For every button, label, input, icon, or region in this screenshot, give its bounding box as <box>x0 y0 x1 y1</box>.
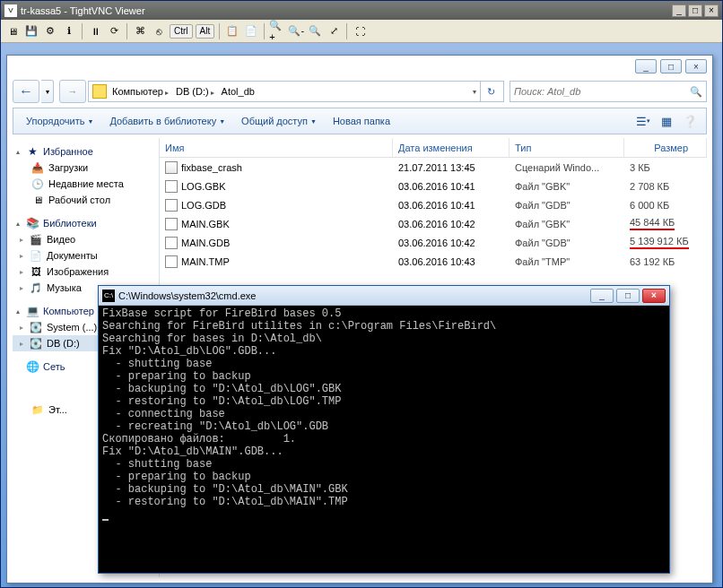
organize-menu[interactable]: Упорядочить▼ <box>19 112 100 130</box>
back-button[interactable]: ← <box>13 80 39 103</box>
forward-button[interactable]: → <box>59 80 86 103</box>
tree-item-downloads[interactable]: 📥Загрузки <box>13 160 159 176</box>
transfer2-icon[interactable]: 📄 <box>243 23 259 39</box>
ctrl-esc-icon[interactable]: ⎋ <box>151 23 167 39</box>
file-row[interactable]: MAIN.GDB03.06.2016 10:42Файл "GDB"5 139 … <box>160 233 707 252</box>
file-row[interactable]: fixbase_crash21.07.2011 13:45Сценарий Wi… <box>160 158 707 177</box>
search-box[interactable]: 🔍 <box>510 81 707 102</box>
vnc-toolbar: 🖥 💾 ⚙ ℹ ⏸ ⟳ ⌘ ⎋ Ctrl Alt 📋 📄 🔍+ 🔍- 🔍 ⤢ ⛶ <box>1 20 722 43</box>
file-type: Файл "TMP" <box>510 256 624 267</box>
vnc-window: V tr-kassa5 - TightVNC Viewer _ □ × 🖥 💾 … <box>0 0 723 588</box>
drive-icon <box>92 84 107 99</box>
help-button[interactable]: ❔ <box>679 111 701 131</box>
separator <box>264 23 265 39</box>
tree-item-pictures[interactable]: ▸🖼Изображения <box>13 264 159 280</box>
cmd-window: C:\ C:\Windows\system32\cmd.exe _ □ × Fi… <box>98 285 670 574</box>
file-type: Файл "GBK" <box>510 219 624 229</box>
vnc-close-button[interactable]: × <box>704 4 719 17</box>
vnc-titlebar[interactable]: V tr-kassa5 - TightVNC Viewer _ □ × <box>1 1 722 20</box>
zoom-out-icon[interactable]: 🔍- <box>288 23 304 39</box>
file-name: LOG.GBK <box>181 181 226 192</box>
new-folder-button[interactable]: Новая папка <box>326 112 397 130</box>
file-size: 2 708 КБ <box>624 181 707 192</box>
breadcrumb[interactable]: Компьютер▸ DB (D:)▸ Atol_db ▾ ↻ <box>88 81 504 102</box>
new-connection-icon[interactable]: 🖥 <box>4 23 21 39</box>
column-size[interactable]: Размер <box>624 138 707 157</box>
cmd-maximize-button[interactable]: □ <box>616 289 640 303</box>
file-size: 6 000 КБ <box>624 200 707 211</box>
zoom-auto-icon[interactable]: ⤢ <box>326 23 342 39</box>
breadcrumb-seg[interactable]: DB (D:)▸ <box>172 86 218 97</box>
fullscreen-icon[interactable]: ⛶ <box>352 23 368 39</box>
file-date: 03.06.2016 10:41 <box>393 181 510 192</box>
file-type: Файл "GBK" <box>510 181 624 192</box>
preview-pane-button[interactable]: ▦ <box>656 111 677 131</box>
file-list-header[interactable]: Имя Дата изменения Тип Размер <box>160 138 707 158</box>
breadcrumb-dropdown[interactable]: ▾ <box>469 88 480 96</box>
breadcrumb-seg[interactable]: Atol_db <box>218 86 258 97</box>
file-row[interactable]: MAIN.TMP03.06.2016 10:43Файл "TMP"63 192… <box>160 252 707 271</box>
add-library-menu[interactable]: Добавить в библиотеку▼ <box>102 112 232 130</box>
breadcrumb-seg[interactable]: Компьютер▸ <box>109 86 172 97</box>
music-icon: 🎵 <box>29 281 43 294</box>
options-icon[interactable]: ⚙ <box>42 23 58 39</box>
file-date: 03.06.2016 10:42 <box>393 238 510 248</box>
tree-libraries[interactable]: ▴📚Библиотеки <box>13 215 159 231</box>
library-icon: 📚 <box>25 217 39 229</box>
file-row[interactable]: LOG.GDB03.06.2016 10:41Файл "GDB"6 000 К… <box>160 195 707 214</box>
file-name: fixbase_crash <box>181 162 242 173</box>
column-type[interactable]: Тип <box>510 138 624 157</box>
drive-icon: 💽 <box>29 337 43 350</box>
file-icon <box>165 255 178 268</box>
file-name: MAIN.TMP <box>181 256 230 267</box>
star-icon: ★ <box>25 145 39 158</box>
separator <box>346 23 347 39</box>
vnc-maximize-button[interactable]: □ <box>688 4 702 17</box>
ctrl-toggle[interactable]: Ctrl <box>170 24 193 39</box>
cmd-titlebar[interactable]: C:\ C:\Windows\system32\cmd.exe _ □ × <box>99 286 669 306</box>
explorer-close-button[interactable]: × <box>685 59 707 74</box>
explorer-nav: ← ▾ → Компьютер▸ DB (D:)▸ Atol_db ▾ ↻ 🔍 <box>13 79 707 104</box>
cmd-title-text: C:\Windows\system32\cmd.exe <box>118 290 590 301</box>
pictures-icon: 🖼 <box>29 265 43 278</box>
tree-item-documents[interactable]: ▸📄Документы <box>13 247 159 264</box>
cmd-close-button[interactable]: × <box>642 289 666 303</box>
view-mode-button[interactable]: ☰▾ <box>632 111 654 131</box>
zoom-100-icon[interactable]: 🔍 <box>307 23 323 39</box>
cmd-output[interactable]: FixBase script for FireBird bases 0.5 Se… <box>99 306 669 573</box>
cmd-icon: C:\ <box>102 290 115 302</box>
search-input[interactable] <box>514 86 690 97</box>
file-row[interactable]: MAIN.GBK03.06.2016 10:42Файл "GBK"45 844… <box>160 214 707 233</box>
search-icon[interactable]: 🔍 <box>690 86 702 98</box>
column-date[interactable]: Дата изменения <box>393 138 510 157</box>
file-name: MAIN.GBK <box>181 219 230 229</box>
alt-toggle[interactable]: Alt <box>196 24 215 39</box>
explorer-command-bar: Упорядочить▼ Добавить в библиотеку▼ Общи… <box>13 108 707 134</box>
folder-icon: 📁 <box>30 403 45 416</box>
file-row[interactable]: LOG.GBK03.06.2016 10:41Файл "GBK"2 708 К… <box>160 177 707 195</box>
tree-favorites[interactable]: ▴★Избранное <box>13 143 159 160</box>
download-icon: 📥 <box>30 161 45 174</box>
refresh-icon[interactable]: ↻ <box>480 81 501 102</box>
explorer-maximize-button[interactable]: □ <box>660 59 682 74</box>
explorer-minimize-button[interactable]: _ <box>635 59 657 74</box>
file-icon <box>165 180 178 193</box>
info-icon[interactable]: ℹ <box>61 23 77 39</box>
zoom-in-icon[interactable]: 🔍+ <box>269 23 285 39</box>
column-name[interactable]: Имя <box>160 138 393 157</box>
vnc-minimize-button[interactable]: _ <box>672 4 686 17</box>
tree-item-desktop[interactable]: 🖥Рабочий стол <box>13 192 159 208</box>
pause-icon[interactable]: ⏸ <box>87 23 103 39</box>
cad-icon[interactable]: ⌘ <box>132 23 148 39</box>
file-name: MAIN.GDB <box>181 238 230 248</box>
transfer-icon[interactable]: 📋 <box>224 23 240 39</box>
save-icon[interactable]: 💾 <box>23 23 39 39</box>
back-history-chevron[interactable]: ▾ <box>41 80 54 103</box>
remote-desktop: _ □ × ← ▾ → Компьютер▸ DB (D:)▸ Atol_db … <box>1 43 722 587</box>
cmd-minimize-button[interactable]: _ <box>590 289 614 303</box>
share-menu[interactable]: Общий доступ▼ <box>234 112 324 130</box>
refresh-icon[interactable]: ⟳ <box>106 23 122 39</box>
tree-item-recent[interactable]: 🕒Недавние места <box>13 176 159 192</box>
drive-icon: 💽 <box>29 321 43 333</box>
tree-item-video[interactable]: ▸🎬Видео <box>13 231 159 247</box>
